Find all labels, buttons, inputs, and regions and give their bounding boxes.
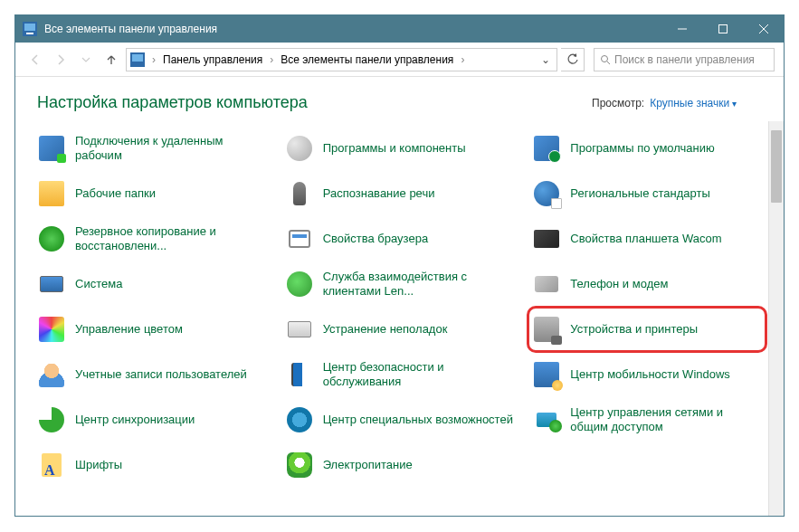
search-input[interactable]: Поиск в панели управления [594, 48, 775, 71]
cp-item-troubleshoot[interactable]: Устранение неполадок [281, 308, 518, 351]
cp-item-system[interactable]: Система [33, 262, 271, 306]
svg-rect-1 [24, 24, 35, 31]
tablet-icon [532, 224, 561, 253]
cp-item-label: Центр мобильности Windows [570, 367, 730, 382]
nav-back-button[interactable] [24, 49, 46, 71]
sync-icon [37, 405, 66, 434]
network-icon [532, 405, 561, 434]
app-icon [23, 22, 37, 36]
scroll-thumb[interactable] [771, 130, 782, 203]
cp-item-label: Программы по умолчанию [570, 141, 714, 156]
close-button[interactable] [743, 15, 784, 43]
cp-item-label: Центр синхронизации [75, 413, 195, 427]
cp-item-sync[interactable]: Центр синхронизации [33, 398, 271, 442]
cp-item-label: Учетные записи пользователей [75, 367, 247, 382]
cp-item-label: Шрифты [75, 458, 122, 472]
maximize-button[interactable] [702, 15, 743, 43]
minimize-button[interactable] [661, 15, 702, 43]
cp-item-label: Система [75, 277, 122, 291]
troubleshoot-icon [285, 315, 314, 344]
cp-item-label: Подключения к удаленным рабочим [75, 134, 267, 164]
cp-item-phone[interactable]: Телефон и модем [528, 262, 766, 306]
view-label: Просмотр: [592, 97, 644, 109]
cp-item-devices[interactable]: Устройства и принтеры [528, 308, 766, 351]
cp-item-label: Центр специальных возможностей [323, 413, 513, 427]
cp-item-browser[interactable]: Свойства браузера [281, 217, 518, 261]
svg-rect-2 [26, 33, 33, 34]
chevron-right-icon[interactable]: › [150, 53, 157, 66]
control-panel-window: Все элементы панели управления › Панель … [14, 14, 785, 517]
cp-item-folder[interactable]: Рабочие папки [33, 172, 271, 215]
globe-icon [532, 179, 561, 208]
cp-item-label: Региональные стандарты [570, 186, 709, 201]
svg-rect-8 [132, 54, 143, 62]
nav-history-button[interactable] [75, 49, 97, 71]
breadcrumb[interactable]: › Панель управления › Все элементы панел… [126, 48, 557, 71]
cp-item-color[interactable]: Управление цветом [33, 308, 271, 351]
cp-item-label: Программы и компоненты [323, 141, 466, 156]
cp-item-mobility[interactable]: Центр мобильности Windows [528, 353, 766, 396]
cp-item-label: Телефон и модем [570, 277, 668, 291]
cp-item-prog[interactable]: Программы и компоненты [281, 127, 518, 170]
cp-item-mic[interactable]: Распознавание речи [281, 172, 518, 215]
cp-item-backup[interactable]: Резервное копирование и восстановлени... [33, 217, 271, 261]
cp-item-users[interactable]: Учетные записи пользователей [33, 353, 271, 396]
cp-item-default[interactable]: Программы по умолчанию [528, 127, 766, 170]
cp-item-service[interactable]: Служба взаимодействия с клиентами Len... [281, 262, 518, 306]
cp-item-label: Резервное копирование и восстановлени... [75, 224, 267, 254]
titlebar: Все элементы панели управления [15, 15, 784, 43]
items-grid: Подключения к удаленным рабочимПрограммы… [33, 127, 766, 487]
address-toolbar: › Панель управления › Все элементы панел… [15, 43, 784, 77]
power-icon [285, 451, 314, 480]
rdp-icon [37, 134, 66, 163]
scrollbar[interactable] [768, 121, 784, 516]
browser-icon [285, 224, 314, 253]
view-selector[interactable]: Крупные значки [650, 97, 737, 109]
phone-icon [532, 270, 561, 299]
cp-item-network[interactable]: Центр управления сетями и общим доступом [528, 398, 766, 442]
cp-item-label: Служба взаимодействия с клиентами Len... [323, 270, 515, 299]
cp-item-label: Центр управления сетями и общим доступом [570, 405, 762, 435]
chevron-right-icon[interactable]: › [268, 53, 275, 66]
mic-icon [285, 179, 314, 208]
control-panel-icon [130, 52, 145, 67]
cp-item-power[interactable]: Электропитание [281, 443, 518, 487]
cp-item-label: Рабочие папки [75, 186, 156, 201]
content-area: Подключения к удаленным рабочимПрограммы… [15, 121, 784, 516]
content-header: Настройка параметров компьютера Просмотр… [15, 77, 784, 121]
default-icon [532, 134, 561, 163]
backup-icon [37, 224, 66, 253]
cp-item-tablet[interactable]: Свойства планшета Wacom [528, 217, 766, 261]
system-icon [37, 270, 66, 299]
cp-item-rdp[interactable]: Подключения к удаленным рабочим [33, 127, 271, 170]
fonts-icon [37, 451, 66, 480]
cp-item-label: Устройства и принтеры [570, 322, 698, 337]
users-icon [37, 360, 66, 389]
breadcrumb-item[interactable]: Все элементы панели управления [277, 53, 457, 66]
cp-item-label: Свойства планшета Wacom [570, 232, 721, 246]
devices-icon [532, 315, 561, 344]
window-title: Все элементы панели управления [44, 23, 661, 35]
chevron-right-icon[interactable]: › [459, 53, 466, 66]
cp-item-fonts[interactable]: Шрифты [33, 443, 271, 487]
cp-item-label: Центр безопасности и обслуживания [323, 360, 515, 390]
cp-item-label: Распознавание речи [323, 186, 435, 201]
svg-rect-4 [718, 25, 727, 33]
svg-point-9 [602, 55, 608, 62]
service-icon [285, 270, 314, 299]
cp-item-label: Управление цветом [75, 322, 183, 337]
breadcrumb-dropdown-icon[interactable]: ⌄ [538, 53, 553, 66]
color-icon [37, 315, 66, 344]
cp-item-label: Устранение неполадок [323, 322, 448, 337]
cp-item-globe[interactable]: Региональные стандарты [528, 172, 766, 215]
cp-item-label: Свойства браузера [323, 232, 428, 246]
nav-forward-button[interactable] [50, 49, 71, 71]
cp-item-flag[interactable]: Центр безопасности и обслуживания [281, 353, 518, 396]
flag-icon [285, 360, 314, 389]
nav-up-button[interactable] [100, 49, 122, 71]
refresh-button[interactable] [561, 48, 585, 71]
svg-line-10 [607, 62, 610, 64]
cp-item-access[interactable]: Центр специальных возможностей [281, 398, 518, 442]
breadcrumb-item[interactable]: Панель управления [159, 53, 266, 66]
folder-icon [37, 179, 66, 208]
